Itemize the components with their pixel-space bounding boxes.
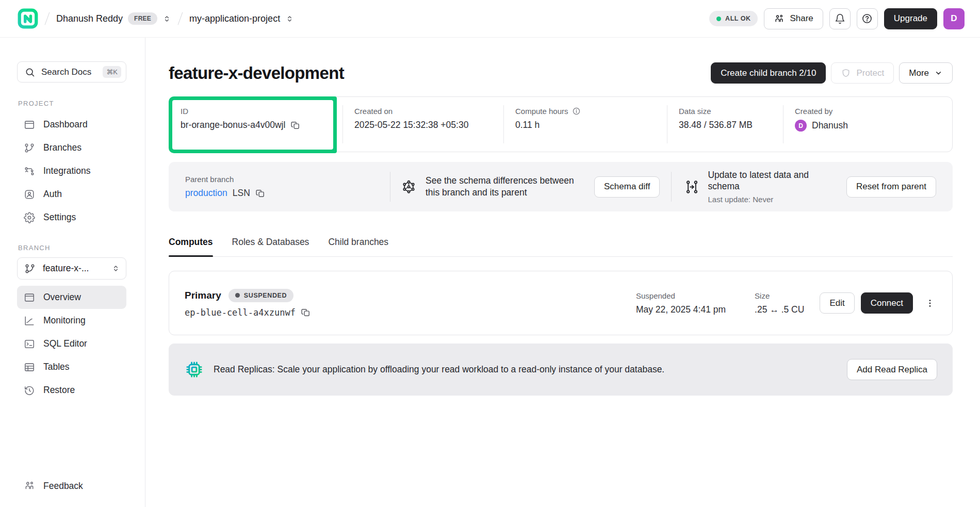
copy-icon[interactable] (255, 188, 266, 199)
status-dot (716, 17, 721, 21)
size-value: .25 ↔ .5 CU (755, 304, 804, 315)
data-size-value: 38.48 / 536.87 MB (679, 120, 753, 130)
suspended-value: May 22, 2025 4:41 pm (636, 304, 726, 315)
sidebar-item-overview[interactable]: Overview (17, 286, 126, 309)
breadcrumb-account[interactable]: Dhanush Reddy FREE (56, 12, 171, 25)
protect-label: Protect (856, 68, 884, 78)
reset-from-parent-button[interactable]: Reset from parent (846, 176, 936, 198)
sidebar-item-sql-editor[interactable]: SQL Editor (17, 332, 126, 355)
chevron-up-down-icon (162, 14, 171, 23)
sidebar-item-label: Tables (43, 362, 70, 372)
main-content: feature-x-development Create child branc… (145, 38, 980, 507)
help-button[interactable] (857, 8, 878, 29)
branch-icon (24, 263, 36, 274)
sidebar-item-integrations[interactable]: Integrations (17, 159, 126, 183)
id-label: ID (181, 107, 325, 116)
restore-icon (24, 385, 35, 396)
tab-roles-databases[interactable]: Roles & Databases (232, 237, 309, 256)
compute-hours-label: Compute hours (515, 107, 568, 116)
compute-menu-button[interactable] (923, 292, 937, 314)
read-replica-banner: Read Replicas: Scale your application by… (169, 344, 953, 396)
share-button[interactable]: Share (764, 8, 823, 29)
sidebar-item-restore[interactable]: Restore (17, 379, 126, 402)
tab-computes[interactable]: Computes (169, 237, 213, 256)
sidebar-item-auth[interactable]: Auth (17, 183, 126, 206)
created-by-field: Created by D Dhanush (783, 105, 952, 143)
notifications-button[interactable] (829, 8, 851, 29)
status-dot (235, 293, 240, 298)
data-size-field: Data size 38.48 / 536.87 MB (667, 105, 783, 143)
people-icon (774, 13, 785, 24)
sidebar-item-tables[interactable]: Tables (17, 355, 126, 379)
upgrade-button[interactable]: Upgrade (884, 8, 937, 29)
add-read-replica-button[interactable]: Add Read Replica (847, 359, 937, 380)
chevron-up-down-icon (285, 14, 294, 23)
app-root: Dhanush Reddy FREE my-application-projec… (0, 0, 980, 507)
parent-branch-card: Parent branch production LSN See the sch… (169, 162, 953, 211)
status-badge[interactable]: ALL OK (709, 11, 758, 26)
schema-diff-section: See the schema differences between this … (390, 175, 671, 199)
account-name: Dhanush Reddy (56, 13, 123, 24)
sidebar-item-dashboard[interactable]: Dashboard (17, 113, 126, 136)
feedback-label: Feedback (43, 481, 83, 492)
branch-tabs: Computes Roles & Databases Child branche… (169, 237, 953, 257)
top-header: Dhanush Reddy FREE my-application-projec… (0, 0, 980, 38)
create-child-branch-button[interactable]: Create child branch 2/10 (711, 62, 826, 84)
sidebar-item-label: Integrations (43, 166, 90, 176)
plan-badge: FREE (128, 12, 157, 25)
compute-hours-field: Compute hours 0.11 h (503, 105, 667, 143)
sidebar-item-label: Branches (43, 142, 81, 153)
branch-selector-value: feature-x-... (43, 263, 89, 274)
protect-button[interactable]: Protect (831, 62, 894, 84)
size-field: Size .25 ↔ .5 CU (755, 291, 804, 315)
search-docs-button[interactable]: Search Docs ⌘K (17, 61, 126, 83)
tab-child-branches[interactable]: Child branches (328, 237, 388, 256)
sidebar-item-branches[interactable]: Branches (17, 136, 126, 159)
shield-icon (841, 68, 851, 78)
branch-id-value: br-orange-bonus-a4v00wjl (181, 120, 285, 130)
neon-logo[interactable] (18, 8, 38, 29)
suspended-field: Suspended May 22, 2025 4:41 pm (636, 291, 726, 315)
header-actions: ALL OK Share Upgrade D (709, 8, 965, 29)
sidebar-item-settings[interactable]: Settings (17, 206, 126, 229)
project-section-label: PROJECT (18, 100, 126, 107)
parent-branch-link[interactable]: production (185, 188, 227, 199)
breadcrumb-project[interactable]: my-application-project (189, 13, 294, 24)
branch-selector[interactable]: feature-x-... (17, 257, 126, 280)
project-name: my-application-project (189, 13, 280, 24)
dashboard-icon (24, 119, 35, 130)
endpoint-id: ep-blue-cell-a4xzunwf (185, 307, 296, 318)
auth-icon (24, 189, 35, 200)
compute-card: Primary SUSPENDED ep-blue-cell-a4xzunwf … (169, 271, 953, 335)
breadcrumb-divider (178, 12, 183, 25)
sidebar-item-label: Settings (43, 212, 76, 223)
update-branch-icon (684, 179, 700, 195)
created-by-label: Created by (795, 107, 952, 116)
schema-diff-button[interactable]: Schema diff (594, 176, 660, 198)
size-label: Size (755, 291, 804, 300)
compute-status-badge: SUSPENDED (228, 289, 293, 302)
user-avatar[interactable]: D (943, 8, 965, 29)
created-on-label: Created on (354, 107, 503, 116)
lsn-label: LSN (233, 188, 250, 199)
parent-branch-label: Parent branch (185, 175, 390, 184)
copy-icon[interactable] (301, 307, 311, 318)
edit-button[interactable]: Edit (820, 292, 854, 314)
help-icon (861, 13, 873, 24)
sidebar-item-monitoring[interactable]: Monitoring (17, 309, 126, 332)
feedback-button[interactable]: Feedback (17, 480, 126, 492)
copy-icon[interactable] (290, 120, 301, 130)
breadcrumb: Dhanush Reddy FREE my-application-projec… (18, 8, 294, 29)
more-label: More (909, 68, 929, 78)
last-update-text: Last update: Never (708, 194, 829, 205)
branch-section-label: BRANCH (18, 244, 126, 252)
created-on-value: 2025-05-22 15:32:38 +05:30 (354, 120, 468, 130)
schema-icon (401, 179, 417, 195)
overview-icon (24, 292, 35, 303)
update-text: Update to latest data and schema (708, 169, 829, 193)
created-by-value: Dhanush (812, 120, 848, 131)
more-button[interactable]: More (899, 62, 953, 84)
branch-icon (24, 142, 35, 154)
gear-icon (24, 212, 35, 223)
connect-button[interactable]: Connect (861, 292, 913, 314)
